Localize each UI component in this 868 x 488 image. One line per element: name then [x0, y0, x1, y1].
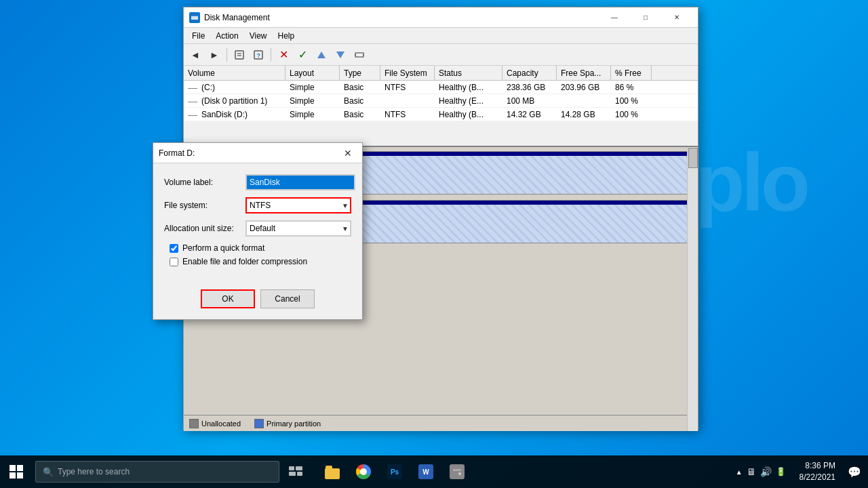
- vertical-scrollbar[interactable]: [687, 147, 698, 431]
- svg-rect-3: [235, 51, 243, 59]
- taskbar-apps: Ps W: [317, 457, 472, 487]
- photoshop-icon: Ps: [387, 464, 402, 479]
- toolbar-back-button[interactable]: ◄: [186, 46, 204, 64]
- disk-0-main-partition[interactable]: a Partition): [317, 152, 693, 194]
- td-pct-d0p1: 100 %: [611, 94, 652, 107]
- toolbar-up-button[interactable]: [313, 46, 330, 64]
- quick-format-label[interactable]: Perform a quick format: [182, 243, 264, 253]
- table-content: —(C:) Simple Basic NTFS Healthy (B... 23…: [184, 81, 698, 121]
- svg-point-19: [458, 472, 461, 475]
- table-row[interactable]: —(Disk 0 partition 1) Simple Basic Healt…: [184, 94, 698, 108]
- quick-format-row: Perform a quick format: [164, 243, 351, 253]
- toolbar-properties-button[interactable]: [231, 46, 248, 64]
- th-filesystem[interactable]: File System: [380, 66, 435, 80]
- battery-icon[interactable]: 🔋: [776, 467, 786, 476]
- dialog-close-button[interactable]: ✕: [339, 144, 357, 162]
- td-free-d0p1: [557, 94, 611, 107]
- tray-up-arrow[interactable]: ▲: [736, 468, 743, 476]
- minimize-button[interactable]: —: [599, 7, 630, 28]
- td-layout-d0p1: Simple: [285, 94, 340, 107]
- upper-table: Volume Layout Type File System Status Ca…: [184, 66, 698, 147]
- alloc-select-wrapper: Default 512 1024 2048 4096 ▼: [245, 220, 351, 237]
- volume-label-field: Volume label:: [164, 174, 351, 190]
- table-row[interactable]: —(C:) Simple Basic NTFS Healthy (B... 23…: [184, 81, 698, 94]
- disk-app-icon: [450, 464, 465, 479]
- volume-label-input[interactable]: [245, 174, 355, 190]
- td-free-sandisk: 14.28 GB: [557, 108, 611, 121]
- toolbar-separator-1: [226, 48, 227, 62]
- th-status[interactable]: Status: [435, 66, 502, 80]
- quick-format-checkbox[interactable]: [170, 244, 178, 253]
- tray-icons: ▲ 🖥 🔊 🔋: [730, 466, 791, 477]
- dialog-titlebar: Format D: ✕: [153, 143, 362, 163]
- taskbar-app-photoshop[interactable]: Ps: [380, 457, 410, 487]
- menu-file[interactable]: File: [186, 29, 210, 43]
- th-volume[interactable]: Volume: [184, 66, 285, 80]
- window-title: Disk Management: [204, 13, 599, 22]
- alloc-unit-select[interactable]: Default 512 1024 2048 4096: [245, 220, 351, 237]
- td-volume-sandisk: —SanDisk (D:): [184, 108, 285, 121]
- td-type-sandisk: Basic: [340, 108, 380, 121]
- legend-unallocated: Unallocated: [189, 419, 241, 428]
- td-capacity-d0p1: 100 MB: [502, 94, 557, 107]
- volume-icon[interactable]: 🔊: [760, 466, 772, 477]
- table-row[interactable]: —SanDisk (D:) Simple Basic NTFS Healthy …: [184, 108, 698, 121]
- menu-action[interactable]: Action: [210, 29, 243, 43]
- search-input[interactable]: [58, 467, 272, 476]
- td-fs-c: NTFS: [380, 81, 435, 94]
- toolbar-delete-button[interactable]: ✕: [275, 46, 292, 64]
- win-logo-cell-bl: [9, 472, 16, 479]
- taskbar-app-explorer[interactable]: [317, 457, 347, 487]
- taskbar-app-word[interactable]: W: [411, 457, 441, 487]
- legend-bar: Unallocated Primary partition: [184, 415, 698, 431]
- dialog-buttons: OK Cancel: [153, 281, 362, 319]
- toolbar-forward-button[interactable]: ►: [205, 46, 223, 64]
- compression-label[interactable]: Enable file and folder compression: [182, 257, 307, 266]
- alloc-unit-label: Allocation unit size:: [164, 224, 245, 233]
- tray-clock[interactable]: 8:36 PM 8/22/2021: [794, 460, 841, 483]
- td-type-c: Basic: [340, 81, 380, 94]
- tray-time: 8:36 PM: [800, 460, 835, 472]
- dialog-title: Format D:: [159, 148, 339, 158]
- taskbar-search-bar[interactable]: 🔍: [35, 461, 279, 483]
- td-status-c: Healthy (B...: [435, 81, 502, 94]
- close-button[interactable]: ✕: [661, 7, 692, 28]
- toolbar-help-button[interactable]: ?: [250, 46, 267, 64]
- file-system-select[interactable]: NTFS FAT32 exFAT: [245, 197, 351, 214]
- system-tray: ▲ 🖥 🔊 🔋 8:36 PM 8/22/2021 💬: [730, 455, 868, 488]
- scrollbar-thumb[interactable]: [688, 148, 698, 168]
- th-freepct[interactable]: % Free: [611, 66, 652, 80]
- td-capacity-sandisk: 14.32 GB: [502, 108, 557, 121]
- legend-primary: Primary partition: [254, 419, 321, 428]
- menu-help[interactable]: Help: [273, 29, 300, 43]
- menu-view[interactable]: View: [244, 29, 273, 43]
- maximize-button[interactable]: □: [630, 7, 661, 28]
- th-freespace[interactable]: Free Spa...: [557, 66, 611, 80]
- td-type-d0p1: Basic: [340, 94, 380, 107]
- td-pct-sandisk: 100 %: [611, 108, 652, 121]
- taskview-button[interactable]: [279, 455, 312, 488]
- svg-rect-2: [191, 16, 198, 16]
- network-icon[interactable]: 🖥: [747, 466, 756, 477]
- toolbar-separator-2: [271, 48, 271, 62]
- menu-bar: File Action View Help: [184, 28, 698, 44]
- taskbar-app-disk[interactable]: [442, 457, 472, 487]
- th-layout[interactable]: Layout: [285, 66, 340, 80]
- ok-button[interactable]: OK: [201, 289, 255, 308]
- start-button[interactable]: [0, 455, 33, 488]
- toolbar-check-button[interactable]: ✓: [294, 46, 311, 64]
- window-controls: — □ ✕: [599, 7, 692, 28]
- compression-checkbox[interactable]: [170, 258, 178, 266]
- cancel-button[interactable]: Cancel: [260, 289, 315, 308]
- file-system-field: File system: NTFS FAT32 exFAT ▼: [164, 197, 351, 214]
- svg-rect-10: [355, 53, 363, 57]
- compression-row: Enable file and folder compression: [164, 257, 351, 266]
- legend-primary-box: [254, 419, 264, 428]
- toolbar-extra-button[interactable]: [351, 46, 368, 64]
- notification-button[interactable]: 💬: [844, 455, 865, 488]
- th-capacity[interactable]: Capacity: [502, 66, 557, 80]
- toolbar: ◄ ► ? ✕ ✓: [184, 44, 698, 66]
- toolbar-down-button[interactable]: [332, 46, 349, 64]
- taskbar-app-chrome[interactable]: [349, 457, 378, 487]
- th-type[interactable]: Type: [340, 66, 380, 80]
